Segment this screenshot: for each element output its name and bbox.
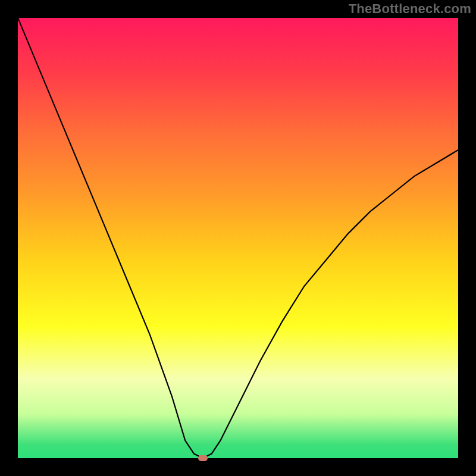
bottleneck-curve [18,18,458,458]
plot-area [18,18,458,458]
watermark-text: TheBottleneck.com [349,1,471,17]
curve-path [18,18,458,458]
chart-frame: TheBottleneck.com [0,0,476,476]
optimal-point-marker [198,455,208,461]
